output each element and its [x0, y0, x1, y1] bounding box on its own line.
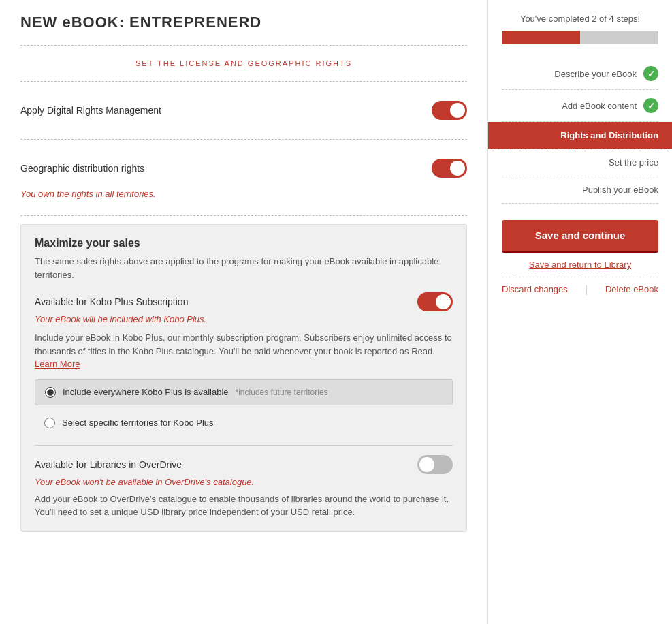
kobo-option-1-label: Include everywhere Kobo Plus is availabl… [63, 387, 229, 397]
kobo-option-2-label: Select specific territories for Kobo Plu… [62, 418, 214, 428]
divider-2 [20, 139, 467, 140]
step-rights[interactable]: Rights and Distribution [488, 122, 672, 149]
overdrive-note: Your eBook won't be available in OverDri… [35, 477, 453, 487]
geo-label: Geographic distribution rights [20, 163, 144, 174]
progress-filled [502, 31, 580, 44]
maximize-title: Maximize your sales [35, 237, 453, 249]
geo-note: You own the rights in all territories. [20, 189, 467, 207]
kobo-option-2[interactable]: Select specific territories for Kobo Plu… [35, 411, 453, 435]
action-divider: | [586, 284, 588, 295]
progress-bar [502, 31, 658, 44]
bottom-actions: Discard changes | Delete eBook [502, 277, 658, 295]
discard-link[interactable]: Discard changes [502, 284, 568, 295]
kobo-option-1[interactable]: Include everywhere Kobo Plus is availabl… [35, 379, 453, 405]
maximize-description: The same sales rights above are applied … [35, 255, 453, 281]
bottom-divider [20, 81, 467, 82]
drm-row: Apply Digital Rights Management [20, 90, 467, 131]
kobo-option-1-note: *includes future territories [236, 388, 328, 397]
step-content-label: Add eBook content [562, 101, 637, 111]
maximize-box: Maximize your sales The same sales right… [20, 224, 467, 532]
delete-link[interactable]: Delete eBook [605, 284, 658, 295]
step-content[interactable]: Add eBook content ✓ [502, 90, 658, 122]
kobo-desc: Include your eBook in Kobo Plus, our mon… [35, 331, 453, 371]
page-title: NEW eBOOK: ENTREPRENERD [20, 14, 467, 31]
kobo-plus-row: Available for Kobo Plus Subscription [35, 292, 453, 311]
kobo-radio-2[interactable] [44, 418, 55, 428]
divider-3 [20, 215, 467, 216]
kobo-plus-toggle[interactable] [417, 292, 453, 311]
geo-row: Geographic distribution rights [20, 148, 467, 189]
overdrive-row: Available for Libraries in OverDrive [35, 455, 453, 474]
overdrive-label: Available for Libraries in OverDrive [35, 459, 182, 470]
kobo-note: Your eBook will be included with Kobo Pl… [35, 314, 453, 324]
overdrive-toggle[interactable] [417, 455, 453, 474]
kobo-plus-label: Available for Kobo Plus Subscription [35, 296, 188, 307]
step-describe-label: Describe your eBook [554, 69, 637, 79]
step-publish[interactable]: Publish your eBook [502, 176, 658, 204]
save-continue-button[interactable]: Save and continue [502, 220, 658, 253]
step-price-label: Set the price [609, 157, 658, 168]
progress-label: You've completed 2 of 4 steps! [502, 14, 658, 24]
sidebar: You've completed 2 of 4 steps! Describe … [488, 0, 672, 624]
step-describe-check: ✓ [643, 66, 658, 81]
progress-empty [580, 31, 658, 44]
drm-toggle[interactable] [432, 101, 467, 120]
save-library-link[interactable]: Save and return to Library [502, 253, 658, 277]
step-publish-label: Publish your eBook [582, 185, 658, 195]
section-header: SET THE LICENSE AND GEOGRAPHIC RIGHTS [20, 54, 467, 73]
learn-more-link[interactable]: Learn More [35, 359, 80, 369]
overdrive-desc: Add your eBook to OverDrive's catalogue … [35, 493, 453, 519]
kobo-radio-1[interactable] [45, 387, 56, 398]
geo-toggle[interactable] [432, 159, 467, 178]
drm-label: Apply Digital Rights Management [20, 105, 161, 116]
inner-divider [35, 445, 453, 446]
step-price[interactable]: Set the price [502, 149, 658, 176]
step-describe[interactable]: Describe your eBook ✓ [502, 58, 658, 90]
step-content-check: ✓ [643, 98, 658, 113]
step-rights-label: Rights and Distribution [560, 130, 658, 140]
top-divider [20, 45, 467, 46]
